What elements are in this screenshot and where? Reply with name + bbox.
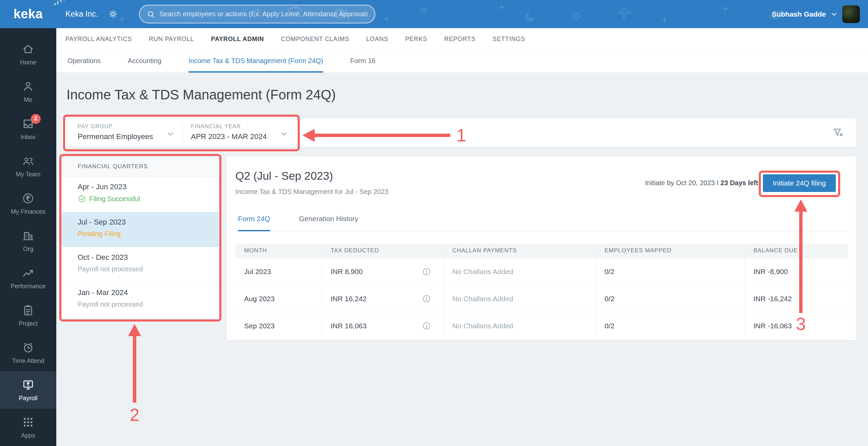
info-icon[interactable]: [422, 267, 431, 276]
quarter-title: Q2 (Jul - Sep 2023): [235, 170, 333, 182]
quarter-subtitle: Income Tax & TDS Management for Jul - Se…: [235, 188, 389, 196]
inbox-icon: 2: [22, 117, 35, 130]
nav-item-settings[interactable]: SETTINGS: [484, 36, 533, 43]
quarter-item-jul-sep-2023[interactable]: Jul - Sep 2023Pending Filing: [62, 212, 219, 247]
cell-tax-deducted: INR 16,242: [322, 285, 443, 312]
cell-tax-deducted: INR 8,900: [322, 258, 443, 285]
cell-employees-mapped: 0/2: [596, 312, 745, 339]
sidebar-item-payroll[interactable]: Payroll: [0, 371, 56, 409]
avatar[interactable]: [842, 5, 860, 23]
cell-employees-mapped: 0/2: [596, 285, 745, 312]
column-header-tax-deducted: TAX DEDUCTED: [322, 244, 443, 258]
cell-balance-due: INR -16,063: [745, 312, 848, 339]
nav-item-payroll-admin[interactable]: PAYROLL ADMIN: [202, 36, 272, 43]
sidebar-item-apps[interactable]: Apps: [0, 409, 56, 446]
sidebar-item-label: Home: [20, 59, 36, 66]
sidebar-item-time-attend[interactable]: Time Attend: [0, 334, 56, 371]
column-header-month: MONTH: [235, 244, 322, 258]
financial-year-value: APR 2023 - MAR 2024: [191, 132, 293, 141]
tax-value: INR 16,242: [331, 295, 367, 303]
gear-icon[interactable]: [108, 9, 118, 19]
apps-icon: [22, 416, 35, 429]
sidebar-item-label: Project: [19, 320, 38, 327]
tab-form-24q[interactable]: Form 24Q: [238, 208, 270, 231]
subnav-item-income-tax-tds-management-form-24q[interactable]: Income Tax & TDS Management (Form 24Q): [189, 50, 323, 73]
quarter-status: Filing Successful: [78, 195, 219, 203]
time-attend-icon: [22, 341, 35, 354]
filter-clear-icon[interactable]: [832, 127, 844, 138]
nav-item-perks[interactable]: PERKS: [397, 36, 436, 43]
column-header-employees-mapped: EMPLOYEES MAPPED: [596, 244, 745, 258]
sidebar-item-project[interactable]: Project: [0, 297, 56, 334]
sidebar-item-label: Time Attend: [12, 357, 44, 365]
page-content: Income Tax & TDS Management (Form 24Q) P…: [56, 73, 868, 446]
logo-confetti-icon: [54, 0, 65, 5]
cell-month: Aug 2023: [235, 285, 322, 312]
tax-value: INR 8,900: [331, 268, 363, 276]
nav-item-run-payroll[interactable]: RUN PAYROLL: [140, 36, 202, 43]
column-header-challan-payments: CHALLAN PAYMENTS: [443, 244, 596, 258]
pay-group-label: PAY GROUP: [78, 123, 179, 130]
subnav-item-form-16[interactable]: Form 16: [350, 50, 375, 73]
quarter-detail-panel: Q2 (Jul - Sep 2023) Income Tax & TDS Man…: [227, 157, 856, 340]
check-circle-icon: [78, 195, 86, 203]
user-name[interactable]: Subhash Gadde: [772, 10, 826, 18]
subnav-item-accounting[interactable]: Accounting: [128, 50, 161, 73]
column-header-balance-due: BALANCE DUE: [745, 244, 848, 258]
quarter-title: Apr - Jun 2023: [78, 182, 219, 191]
me-icon: [22, 80, 35, 93]
sidebar-item-label: Performance: [11, 283, 45, 290]
chevron-down-icon: [279, 130, 288, 138]
cell-tax-deducted: INR 16,063: [322, 312, 443, 339]
tab-generation-history[interactable]: Generation History: [299, 208, 358, 231]
quarter-item-apr-jun-2023[interactable]: Apr - Jun 2023Filing Successful: [62, 177, 219, 212]
keka-logo: keka: [0, 0, 56, 28]
pay-group-dropdown[interactable]: PAY GROUP Permenant Employees: [78, 118, 179, 147]
sidebar-item-inbox[interactable]: 2Inbox: [0, 110, 56, 148]
sidebar-item-me[interactable]: Me: [0, 73, 56, 110]
payroll-icon: [22, 379, 35, 391]
nav-item-loans[interactable]: LOANS: [358, 36, 397, 43]
chevron-down-icon[interactable]: [830, 10, 838, 18]
deadline-text-normal: Initiate by Oct 20, 2023 I: [645, 179, 720, 187]
sidebar-item-org[interactable]: Org: [0, 222, 56, 259]
nav-item-component-claims[interactable]: COMPONENT CLAIMS: [273, 36, 358, 43]
sidebar-item-my-finances[interactable]: My Finances: [0, 185, 56, 222]
sidebar-item-my-team[interactable]: My Team: [0, 148, 56, 185]
search-input[interactable]: [159, 10, 368, 18]
finances-icon: [22, 192, 35, 205]
info-icon[interactable]: [422, 294, 431, 303]
sidebar-item-home[interactable]: Home: [0, 36, 56, 73]
financial-quarters-list: Apr - Jun 2023Filing SuccessfulJul - Sep…: [62, 177, 219, 318]
deadline-days-left: 23 Days left: [721, 179, 758, 187]
tax-value: INR 16,063: [331, 322, 367, 330]
cell-challan-payments: No Challans Added: [443, 258, 596, 285]
deadline-text: Initiate by Oct 20, 2023 I 23 Days left: [645, 179, 758, 187]
quarter-title: Oct - Dec 2023: [78, 253, 219, 262]
company-name: Keka Inc.: [65, 0, 98, 28]
initiate-24q-filing-button[interactable]: Initiate 24Q filing: [763, 174, 836, 192]
quarter-item-oct-dec-2023[interactable]: Oct - Dec 2023Payroll not processed: [62, 247, 219, 283]
quarter-status-label: Payroll not processed: [78, 300, 143, 308]
sidebar-item-performance[interactable]: Performance: [0, 259, 56, 297]
cell-challan-payments: No Challans Added: [443, 285, 596, 312]
financial-year-dropdown[interactable]: FINANCIAL YEAR APR 2023 - MAR 2024: [191, 118, 293, 147]
cell-balance-due: INR -16,242: [745, 285, 848, 312]
table-row: Sep 2023INR 16,063No Challans Added0/2IN…: [235, 312, 848, 340]
table-row: Jul 2023INR 8,900No Challans Added0/2INR…: [235, 258, 848, 285]
quarter-item-jan-mar-2024[interactable]: Jan - Mar 2024Payroll not processed: [62, 283, 219, 318]
quarter-status-label: Payroll not processed: [78, 265, 143, 273]
main-nav: PAYROLL ANALYTICSRUN PAYROLLPAYROLL ADMI…: [56, 28, 868, 50]
pay-group-value: Permenant Employees: [78, 132, 179, 141]
cell-balance-due: INR -8,900: [745, 258, 848, 285]
sidebar-item-label: Org: [23, 246, 33, 253]
filter-bar: PAY GROUP Permenant Employees FINANCIAL …: [62, 118, 856, 147]
sub-nav: OperationsAccountingIncome Tax & TDS Man…: [56, 50, 868, 73]
subnav-item-operations[interactable]: Operations: [67, 50, 101, 73]
arrow-head-up-icon: [128, 324, 141, 336]
nav-item-reports[interactable]: REPORTS: [436, 36, 484, 43]
info-icon[interactable]: [422, 322, 431, 330]
sidebar-item-label: My Finances: [11, 208, 45, 215]
form-24q-table: MONTHTAX DEDUCTEDCHALLAN PAYMENTSEMPLOYE…: [235, 244, 848, 340]
nav-item-payroll-analytics[interactable]: PAYROLL ANALYTICS: [65, 36, 140, 43]
